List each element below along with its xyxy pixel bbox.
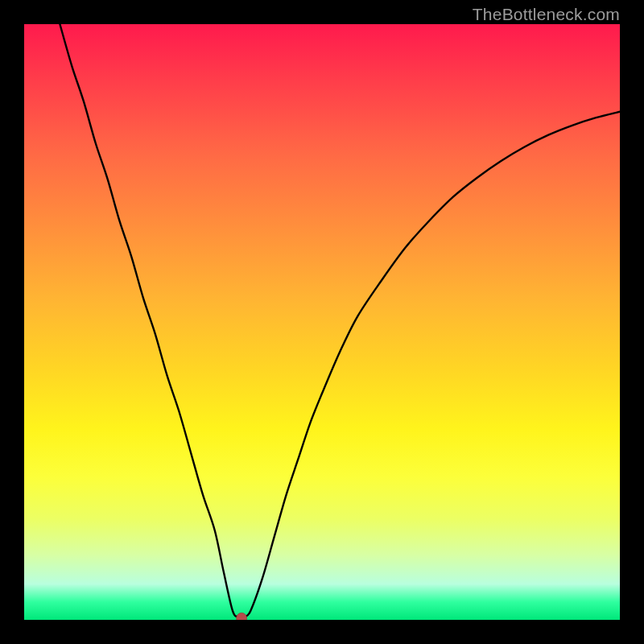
curve-svg bbox=[24, 24, 620, 620]
plot-area bbox=[24, 24, 620, 620]
chart-frame: TheBottleneck.com bbox=[0, 0, 644, 644]
minimum-marker bbox=[237, 613, 247, 620]
bottleneck-curve bbox=[60, 24, 620, 617]
watermark-text: TheBottleneck.com bbox=[473, 5, 620, 24]
